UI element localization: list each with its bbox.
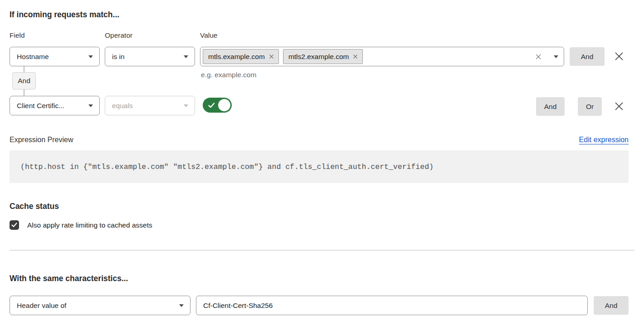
check-icon xyxy=(11,223,17,228)
connector-line-top xyxy=(24,66,24,72)
remove-row1-icon[interactable] xyxy=(614,51,624,62)
value-multiselect-row1[interactable]: mtls.example.com mtls2.example.com xyxy=(200,47,564,66)
toggle-knob xyxy=(218,99,230,111)
cache-status-title: Cache status xyxy=(10,202,59,211)
value-tag: mtls2.example.com xyxy=(283,49,363,64)
field-select-row2-value: Client Certific... xyxy=(17,102,64,110)
and-button-row2[interactable]: And xyxy=(536,97,565,116)
remove-row2-icon[interactable] xyxy=(614,101,624,112)
characteristics-title: With the same characteristics... xyxy=(10,274,128,283)
remove-tag-icon[interactable] xyxy=(269,54,274,59)
field-select-row2[interactable]: Client Certific... xyxy=(10,96,100,115)
expression-preview-label: Expression Preview xyxy=(10,136,73,144)
chevron-down-icon xyxy=(554,55,558,58)
value-tag-label: mtls.example.com xyxy=(208,53,265,61)
value-helper-text: e.g. example.com xyxy=(201,71,256,79)
clear-values-icon[interactable] xyxy=(535,54,542,60)
value-column-label: Value xyxy=(200,31,218,40)
remove-tag-icon[interactable] xyxy=(353,54,358,59)
value-tag-label: mtls2.example.com xyxy=(288,53,349,61)
and-button-row1[interactable]: And xyxy=(570,47,605,66)
value-tag: mtls.example.com xyxy=(203,49,279,64)
operator-select-row2-value: equals xyxy=(112,102,133,110)
connector-and-button[interactable]: And xyxy=(12,72,36,89)
operator-select-row2: equals xyxy=(105,96,195,115)
edit-expression-link[interactable]: Edit expression xyxy=(579,136,629,144)
expression-code: (http.host in {"mtls.example.com" "mtls2… xyxy=(10,150,629,183)
characteristic-select-value: Header value of xyxy=(17,302,66,310)
chevron-down-icon xyxy=(184,55,188,58)
field-select-row1-value: Hostname xyxy=(17,53,49,61)
header-name-input[interactable] xyxy=(196,296,588,315)
characteristic-select[interactable]: Header value of xyxy=(10,296,190,315)
operator-select-row1-value: is in xyxy=(112,53,125,61)
field-select-row1[interactable]: Hostname xyxy=(10,47,100,66)
operator-select-row1[interactable]: is in xyxy=(105,47,195,66)
cached-assets-checkbox[interactable] xyxy=(10,220,19,230)
match-section-title: If incoming requests match... xyxy=(10,10,119,20)
chevron-down-icon xyxy=(179,304,184,307)
check-icon xyxy=(208,103,215,108)
section-divider xyxy=(10,250,634,251)
cached-assets-label: Also apply rate limiting to cached asset… xyxy=(27,221,152,229)
rate-limit-rule-builder: If incoming requests match... Field Oper… xyxy=(0,0,644,327)
connector-line-bottom xyxy=(24,89,24,96)
field-column-label: Field xyxy=(10,31,25,40)
operator-column-label: Operator xyxy=(105,31,132,40)
chevron-down-icon xyxy=(88,104,93,107)
chevron-down-icon xyxy=(184,104,188,107)
cert-verified-toggle[interactable] xyxy=(203,98,232,113)
or-button-row2[interactable]: Or xyxy=(578,97,602,116)
and-characteristic-button[interactable]: And xyxy=(594,296,629,315)
chevron-down-icon xyxy=(88,55,93,58)
